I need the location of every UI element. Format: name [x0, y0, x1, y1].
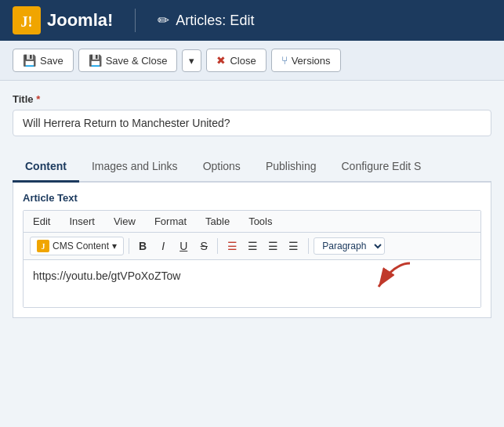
- chevron-down-icon: ▾: [189, 55, 194, 67]
- italic-button[interactable]: I: [154, 237, 172, 255]
- save-button[interactable]: 💾 Save: [13, 49, 74, 72]
- close-button[interactable]: ✖ Close: [206, 49, 266, 72]
- nav-divider: [135, 9, 136, 32]
- content-area: Title * Content Images and Links Options…: [0, 81, 504, 318]
- toolbar: 💾 Save 💾 Save & Close ▾ ✖ Close ⑂ Versio…: [0, 41, 504, 81]
- justify-button[interactable]: ☰: [284, 237, 303, 255]
- editor-menubar: Edit Insert View Format Table Tools: [24, 211, 480, 233]
- save-close-icon: 💾: [89, 54, 102, 67]
- tabs-container: Content Images and Links Options Publish…: [13, 152, 491, 183]
- cms-dropdown-icon: ▾: [112, 241, 117, 251]
- tab-images-links[interactable]: Images and Links: [79, 152, 190, 183]
- menu-tools[interactable]: Tools: [245, 214, 275, 229]
- strikethrough-button[interactable]: S: [195, 237, 212, 255]
- menu-edit[interactable]: Edit: [30, 214, 53, 229]
- page-title-text: Articles: Edit: [176, 13, 254, 29]
- tab-configure-edit[interactable]: Configure Edit S: [328, 152, 433, 183]
- cms-joomla-icon: J: [37, 240, 49, 252]
- toolbar-sep-1: [129, 238, 129, 254]
- editor-content[interactable]: https://youtu.be/gtVPoXoZTow: [24, 260, 480, 307]
- cms-content-button[interactable]: J CMS Content ▾: [30, 237, 124, 255]
- underline-button[interactable]: U: [175, 237, 192, 255]
- arrow-svg: [355, 259, 418, 299]
- menu-view[interactable]: View: [111, 214, 139, 229]
- save-label: Save: [40, 55, 63, 67]
- bold-button[interactable]: B: [134, 237, 151, 255]
- red-arrow-indicator: [355, 259, 418, 301]
- align-left-button[interactable]: ☰: [223, 237, 242, 255]
- tab-publishing[interactable]: Publishing: [253, 152, 329, 183]
- pencil-icon-nav: ✏: [158, 12, 169, 29]
- align-center-button[interactable]: ☰: [243, 237, 263, 255]
- menu-format[interactable]: Format: [151, 214, 190, 229]
- article-text-label: Article Text: [23, 192, 481, 204]
- save-close-button[interactable]: 💾 Save & Close: [78, 49, 178, 72]
- brand-name: Joomla!: [47, 10, 113, 31]
- editor-panel: Article Text Edit Insert View Format Tab…: [13, 183, 491, 318]
- brand-logo: J! Joomla!: [13, 6, 113, 34]
- versions-button[interactable]: ⑂ Versions: [271, 49, 341, 72]
- title-label: Title *: [13, 93, 491, 105]
- menu-table[interactable]: Table: [202, 214, 233, 229]
- paragraph-select[interactable]: Paragraph: [314, 237, 385, 255]
- joomla-icon: J!: [13, 6, 41, 34]
- tabs-nav: Content Images and Links Options Publish…: [13, 152, 491, 183]
- editor-wrapper: Edit Insert View Format Table Tools J CM…: [23, 210, 481, 308]
- toolbar-sep-3: [308, 238, 309, 254]
- required-indicator: *: [36, 93, 40, 105]
- save-close-label: Save & Close: [106, 55, 168, 67]
- versions-icon: ⑂: [281, 54, 288, 67]
- align-buttons: ☰ ☰ ☰ ☰: [223, 237, 303, 255]
- close-icon: ✖: [216, 54, 226, 67]
- tab-options[interactable]: Options: [190, 152, 253, 183]
- align-right-button[interactable]: ☰: [263, 237, 283, 255]
- navbar: J! Joomla! ✏ Articles: Edit: [0, 0, 504, 41]
- close-label: Close: [230, 55, 256, 67]
- title-input[interactable]: [13, 110, 491, 136]
- menu-insert[interactable]: Insert: [66, 214, 98, 229]
- versions-label: Versions: [292, 55, 331, 67]
- svg-text:J!: J!: [21, 14, 33, 30]
- save-icon: 💾: [23, 54, 36, 67]
- page-title: ✏ Articles: Edit: [158, 12, 254, 29]
- toolbar-sep-2: [217, 238, 218, 254]
- svg-text:J: J: [42, 242, 45, 251]
- cms-content-label: CMS Content: [53, 241, 109, 251]
- editor-toolbar: J CMS Content ▾ B I U S ☰ ☰ ☰ ☰: [24, 233, 480, 260]
- tab-content[interactable]: Content: [13, 152, 79, 183]
- dropdown-button[interactable]: ▾: [182, 49, 201, 72]
